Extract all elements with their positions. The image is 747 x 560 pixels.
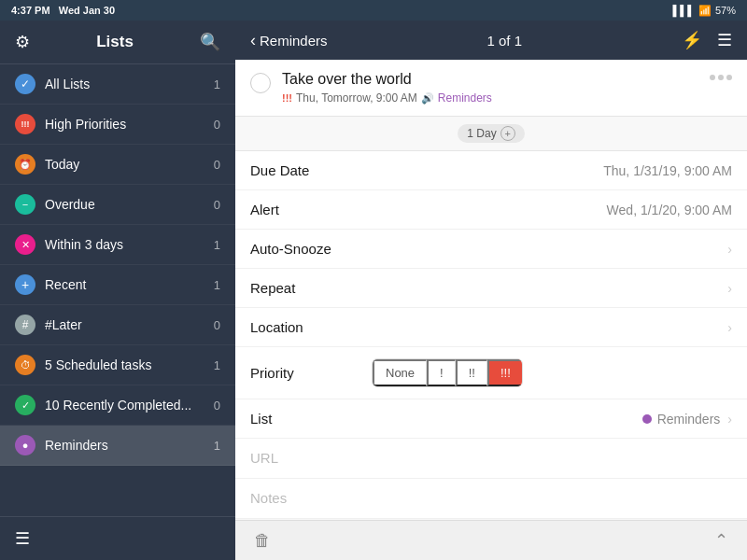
priority-medium-button[interactable]: !! [456,359,487,386]
dot-1 [710,75,715,80]
right-footer: 🗑 ⌃ [235,520,747,560]
sidebar-item-high-priorities-count: 0 [214,118,220,132]
priority-low-button[interactable]: ! [427,359,456,386]
settings-icon[interactable]: ⚙ [15,32,30,52]
url-row[interactable]: URL [235,439,747,479]
sidebar-item-later-label: #Later [45,317,214,332]
status-time-date: 4:37 PM Wed Jan 30 [11,5,115,16]
sidebar-item-scheduled-label: 5 Scheduled tasks [45,357,214,372]
recently-completed-icon: ✓ [15,395,35,415]
sidebar-item-overdue-label: Overdue [45,197,214,212]
priority-row: Priority None ! !! !!! [235,347,747,399]
sidebar-item-high-priorities[interactable]: !!! High Priorities 0 [0,105,235,145]
day-badge-row: 1 Day + [235,117,747,151]
location-label: Location [250,319,372,335]
add-list-icon[interactable]: ☰ [15,528,30,549]
back-label: Reminders [260,33,328,49]
sidebar-item-within-3-days-count: 1 [214,238,220,252]
battery-text: 57% [715,5,736,16]
priority-none-button[interactable]: None [373,359,427,386]
detail-section: Due Date Thu, 1/31/19, 9:00 AM Alert Wed… [235,151,747,439]
sidebar-item-reminders[interactable]: ● Reminders 1 [0,426,235,466]
within-3-days-icon: ✕ [15,234,35,255]
due-date-label: Due Date [250,162,372,178]
sidebar-item-recently-completed-label: 10 Recently Completed... [45,398,214,413]
reminder-date: Thu, Tomorrow, 9:00 AM [296,91,417,105]
scroll-up-icon[interactable]: ⌃ [714,530,728,551]
sidebar-item-high-priorities-label: High Priorities [45,117,214,132]
notes-row[interactable]: Notes [235,479,747,519]
alert-label: Alert [250,202,372,217]
list-chevron-icon: › [727,412,732,427]
notes-placeholder: Notes [250,490,287,506]
repeat-label: Repeat [250,280,372,296]
due-date-value: Thu, 1/31/19, 9:00 AM [372,163,732,178]
delete-icon[interactable]: 🗑 [254,531,271,551]
signal-icon: ▌▌▌ [673,5,695,16]
sidebar-item-today[interactable]: ⏰ Today 0 [0,145,235,185]
priority-high-button[interactable]: !!! [487,359,522,386]
wifi-icon: 📶 [698,5,712,17]
day-badge: 1 Day + [458,124,524,143]
sidebar-item-recent[interactable]: + Recent 1 [0,265,235,305]
repeat-chevron-icon: › [727,281,732,296]
reminder-meta: !!! Thu, Tomorrow, 9:00 AM 🔊 Reminders [282,91,698,105]
repeat-row[interactable]: Repeat › [235,269,747,308]
day-badge-plus-button[interactable]: + [500,126,515,141]
overdue-icon: − [15,194,35,215]
recent-icon: + [15,274,35,295]
sidebar-item-overdue[interactable]: − Overdue 0 [0,185,235,225]
list-label: List [250,411,372,427]
sidebar-item-later[interactable]: # #Later 0 [0,305,235,345]
list-row[interactable]: List Reminders › [235,399,747,439]
location-row[interactable]: Location › [235,308,747,347]
reminder-title: Take over the world [282,71,698,88]
sidebar-item-recently-completed[interactable]: ✓ 10 Recently Completed... 0 [0,385,235,426]
back-button[interactable]: ‹ Reminders [250,31,328,50]
right-panel: ‹ Reminders 1 of 1 ⚡ ☰ Take over the wor… [235,21,747,560]
lightning-icon[interactable]: ⚡ [682,30,702,50]
sidebar-item-recent-count: 1 [214,278,220,292]
due-date-row: Due Date Thu, 1/31/19, 9:00 AM [235,151,747,190]
later-icon: # [15,315,35,335]
list-value: Reminders [372,412,720,427]
sidebar-item-today-label: Today [45,157,214,172]
status-bar: 4:37 PM Wed Jan 30 ▌▌▌ 📶 57% [0,0,747,21]
alert-value: Wed, 1/1/20, 9:00 AM [372,203,732,217]
auto-snooze-label: Auto-Snooze [250,241,372,257]
all-lists-icon: ✓ [15,74,35,94]
sidebar-item-scheduled[interactable]: ⏱ 5 Scheduled tasks 1 [0,345,235,385]
auto-snooze-chevron-icon: › [727,242,732,257]
sidebar-item-within-3-days-label: Within 3 days [45,237,214,252]
reminder-circle[interactable] [250,73,271,93]
auto-snooze-row[interactable]: Auto-Snooze › [235,230,747,269]
right-header: ‹ Reminders 1 of 1 ⚡ ☰ [235,21,747,60]
sidebar-item-reminders-label: Reminders [45,438,214,453]
sidebar-item-overdue-count: 0 [214,198,220,212]
location-chevron-icon: › [727,320,732,335]
sidebar-item-today-count: 0 [214,158,220,172]
day-badge-label: 1 Day [467,127,496,140]
priority-icon: !!! [282,92,292,104]
sidebar-item-within-3-days[interactable]: ✕ Within 3 days 1 [0,225,235,265]
speaker-icon: 🔊 [421,92,434,105]
reminders-icon: ● [15,435,35,455]
sidebar-item-recent-label: Recent [45,277,214,292]
high-priorities-icon: !!! [15,114,35,134]
sidebar-item-later-count: 0 [214,318,220,332]
status-indicators: ▌▌▌ 📶 57% [673,5,736,17]
header-actions: ⚡ ☰ [682,30,732,50]
sidebar-header: ⚙ Lists 🔍 [0,21,235,64]
sidebar-footer: ☰ [0,516,235,560]
sidebar-item-recently-completed-count: 0 [214,399,220,413]
sidebar-item-all-lists-label: All Lists [45,77,214,91]
priority-label: Priority [250,365,372,381]
sidebar-item-all-lists-count: 1 [214,77,220,91]
sidebar-item-all-lists[interactable]: ✓ All Lists 1 [0,64,235,105]
search-icon[interactable]: 🔍 [200,32,220,52]
menu-icon[interactable]: ☰ [717,30,732,50]
sidebar-item-scheduled-count: 1 [214,358,220,372]
reminder-list-tag: Reminders [438,91,492,105]
list-dot-icon [642,414,652,424]
priority-buttons: None ! !! !!! [372,358,523,387]
